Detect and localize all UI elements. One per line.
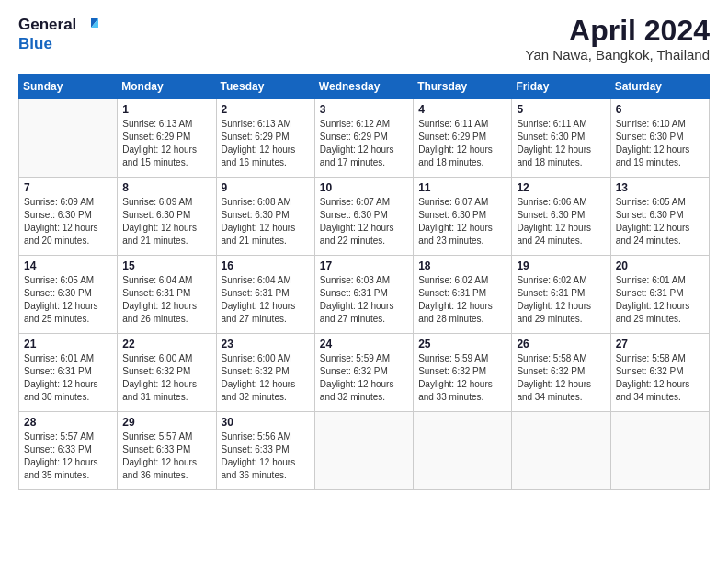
page-header: General Blue April 2024 Yan Nawa, Bangko…	[18, 15, 710, 63]
month-title: April 2024	[526, 15, 710, 47]
table-row: 13 Sunrise: 6:05 AMSunset: 6:30 PMDaylig…	[610, 178, 709, 256]
table-row: 11 Sunrise: 6:07 AMSunset: 6:30 PMDaylig…	[414, 178, 512, 256]
day-info: Sunrise: 6:05 AMSunset: 6:30 PMDaylight:…	[616, 196, 704, 247]
title-area: April 2024 Yan Nawa, Bangkok, Thailand	[526, 15, 710, 63]
day-info: Sunrise: 6:11 AMSunset: 6:30 PMDaylight:…	[517, 118, 605, 169]
day-info: Sunrise: 6:12 AMSunset: 6:29 PMDaylight:…	[320, 118, 408, 169]
day-number: 7	[24, 181, 112, 194]
day-info: Sunrise: 6:02 AMSunset: 6:31 PMDaylight:…	[517, 274, 605, 326]
day-info: Sunrise: 6:04 AMSunset: 6:31 PMDaylight:…	[222, 274, 310, 326]
day-number: 13	[616, 181, 704, 194]
header-sunday: Sunday	[19, 75, 118, 99]
day-info: Sunrise: 6:11 AMSunset: 6:29 PMDaylight:…	[418, 118, 506, 169]
table-row	[314, 412, 413, 490]
day-info: Sunrise: 6:00 AMSunset: 6:32 PMDaylight:…	[122, 352, 210, 404]
table-row: 25 Sunrise: 5:59 AMSunset: 6:32 PMDaylig…	[414, 334, 512, 412]
day-number: 16	[222, 259, 310, 272]
header-tuesday: Tuesday	[216, 75, 314, 99]
day-info: Sunrise: 6:00 AMSunset: 6:32 PMDaylight:…	[222, 352, 310, 404]
table-row: 27 Sunrise: 5:58 AMSunset: 6:32 PMDaylig…	[610, 334, 709, 412]
table-row	[610, 412, 709, 490]
day-info: Sunrise: 6:01 AMSunset: 6:31 PMDaylight:…	[24, 352, 112, 404]
header-monday: Monday	[118, 75, 216, 99]
table-row: 10 Sunrise: 6:07 AMSunset: 6:30 PMDaylig…	[314, 178, 413, 256]
day-info: Sunrise: 6:03 AMSunset: 6:31 PMDaylight:…	[320, 274, 408, 326]
table-row: 20 Sunrise: 6:01 AMSunset: 6:31 PMDaylig…	[610, 256, 709, 334]
day-number: 1	[122, 103, 210, 116]
table-row: 6 Sunrise: 6:10 AMSunset: 6:30 PMDayligh…	[610, 99, 709, 178]
table-row: 15 Sunrise: 6:04 AMSunset: 6:31 PMDaylig…	[118, 256, 216, 334]
table-row: 22 Sunrise: 6:00 AMSunset: 6:32 PMDaylig…	[118, 334, 216, 412]
day-number: 14	[24, 259, 112, 272]
table-row: 26 Sunrise: 5:58 AMSunset: 6:32 PMDaylig…	[512, 334, 610, 412]
day-info: Sunrise: 6:01 AMSunset: 6:31 PMDaylight:…	[616, 274, 704, 326]
day-info: Sunrise: 6:08 AMSunset: 6:30 PMDaylight:…	[222, 196, 310, 247]
table-row: 8 Sunrise: 6:09 AMSunset: 6:30 PMDayligh…	[118, 178, 216, 256]
day-number: 12	[517, 181, 605, 194]
day-info: Sunrise: 6:10 AMSunset: 6:30 PMDaylight:…	[616, 118, 704, 169]
location-title: Yan Nawa, Bangkok, Thailand	[526, 47, 710, 63]
day-info: Sunrise: 6:04 AMSunset: 6:31 PMDaylight:…	[122, 274, 210, 326]
day-number: 22	[122, 338, 210, 350]
calendar-header: Sunday Monday Tuesday Wednesday Thursday…	[19, 75, 710, 99]
table-row: 19 Sunrise: 6:02 AMSunset: 6:31 PMDaylig…	[512, 256, 610, 334]
day-info: Sunrise: 6:06 AMSunset: 6:30 PMDaylight:…	[517, 196, 605, 247]
table-row: 21 Sunrise: 6:01 AMSunset: 6:31 PMDaylig…	[19, 334, 118, 412]
calendar-body: 1 Sunrise: 6:13 AMSunset: 6:29 PMDayligh…	[19, 99, 710, 490]
table-row: 12 Sunrise: 6:06 AMSunset: 6:30 PMDaylig…	[512, 178, 610, 256]
day-number: 4	[418, 103, 506, 116]
day-number: 21	[24, 338, 112, 350]
day-number: 10	[320, 181, 408, 194]
table-row: 23 Sunrise: 6:00 AMSunset: 6:32 PMDaylig…	[216, 334, 314, 412]
day-info: Sunrise: 6:02 AMSunset: 6:31 PMDaylight:…	[418, 274, 506, 326]
day-number: 29	[122, 416, 210, 429]
day-number: 25	[418, 338, 506, 350]
logo-blue-text: Blue	[18, 35, 52, 52]
logo: General Blue	[18, 15, 98, 53]
header-friday: Friday	[512, 75, 610, 99]
day-number: 20	[616, 259, 704, 272]
table-row: 28 Sunrise: 5:57 AMSunset: 6:33 PMDaylig…	[19, 412, 118, 490]
table-row: 1 Sunrise: 6:13 AMSunset: 6:29 PMDayligh…	[118, 99, 216, 178]
day-info: Sunrise: 6:09 AMSunset: 6:30 PMDaylight:…	[24, 196, 112, 247]
table-row: 30 Sunrise: 5:56 AMSunset: 6:33 PMDaylig…	[216, 412, 314, 490]
header-thursday: Thursday	[414, 75, 512, 99]
table-row: 18 Sunrise: 6:02 AMSunset: 6:31 PMDaylig…	[414, 256, 512, 334]
day-number: 15	[122, 259, 210, 272]
table-row: 3 Sunrise: 6:12 AMSunset: 6:29 PMDayligh…	[314, 99, 413, 178]
table-row: 17 Sunrise: 6:03 AMSunset: 6:31 PMDaylig…	[314, 256, 413, 334]
table-row: 14 Sunrise: 6:05 AMSunset: 6:30 PMDaylig…	[19, 256, 118, 334]
day-info: Sunrise: 5:57 AMSunset: 6:33 PMDaylight:…	[122, 431, 210, 482]
day-info: Sunrise: 5:58 AMSunset: 6:32 PMDaylight:…	[517, 352, 605, 404]
logo-icon	[78, 15, 98, 35]
day-number: 3	[320, 103, 408, 116]
logo-general-text: General	[18, 16, 76, 34]
table-row: 5 Sunrise: 6:11 AMSunset: 6:30 PMDayligh…	[512, 99, 610, 178]
day-info: Sunrise: 6:09 AMSunset: 6:30 PMDaylight:…	[122, 196, 210, 247]
day-number: 8	[122, 181, 210, 194]
table-row: 29 Sunrise: 5:57 AMSunset: 6:33 PMDaylig…	[118, 412, 216, 490]
header-wednesday: Wednesday	[314, 75, 413, 99]
day-info: Sunrise: 6:13 AMSunset: 6:29 PMDaylight:…	[222, 118, 310, 169]
day-number: 19	[517, 259, 605, 272]
day-info: Sunrise: 5:58 AMSunset: 6:32 PMDaylight:…	[616, 352, 704, 404]
table-row: 7 Sunrise: 6:09 AMSunset: 6:30 PMDayligh…	[19, 178, 118, 256]
day-info: Sunrise: 5:59 AMSunset: 6:32 PMDaylight:…	[320, 352, 408, 404]
day-number: 30	[222, 416, 310, 429]
day-number: 18	[418, 259, 506, 272]
table-row: 4 Sunrise: 6:11 AMSunset: 6:29 PMDayligh…	[414, 99, 512, 178]
table-row	[19, 99, 118, 178]
day-number: 17	[320, 259, 408, 272]
day-number: 28	[24, 416, 112, 429]
day-info: Sunrise: 6:07 AMSunset: 6:30 PMDaylight:…	[320, 196, 408, 247]
day-number: 23	[222, 338, 310, 350]
day-number: 27	[616, 338, 704, 350]
day-number: 5	[517, 103, 605, 116]
day-info: Sunrise: 5:56 AMSunset: 6:33 PMDaylight:…	[222, 431, 310, 482]
table-row	[414, 412, 512, 490]
header-saturday: Saturday	[610, 75, 709, 99]
day-number: 6	[616, 103, 704, 116]
calendar-table: Sunday Monday Tuesday Wednesday Thursday…	[18, 74, 710, 490]
table-row: 9 Sunrise: 6:08 AMSunset: 6:30 PMDayligh…	[216, 178, 314, 256]
day-info: Sunrise: 5:59 AMSunset: 6:32 PMDaylight:…	[418, 352, 506, 404]
